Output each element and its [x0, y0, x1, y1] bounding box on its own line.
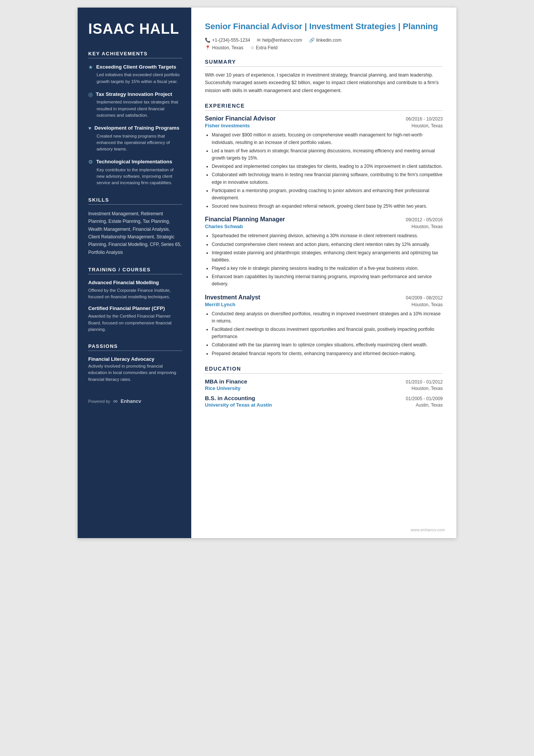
edu-school: Rice University	[205, 385, 240, 391]
enhancv-brand: Enhancv	[121, 398, 141, 404]
edu-dates: 01/2005 - 01/2009	[406, 396, 443, 401]
candidate-name: ISAAC HALL	[88, 21, 182, 37]
education-section-title: EDUCATION	[205, 366, 443, 374]
job-dates: 09/2012 - 05/2016	[406, 217, 443, 222]
bullet-item: Conducted deep analysis on diversified p…	[212, 310, 443, 325]
bullet-item: Spearheaded the retirement planning divi…	[212, 232, 443, 239]
passion-desc: Actively involved in promoting financial…	[88, 363, 182, 383]
star-icon: ★	[88, 64, 93, 70]
job-entry: Senior Financial Advisor 06/2016 - 10/20…	[205, 115, 443, 210]
job-company-row: Fisher Investments Houston, Texas	[205, 123, 443, 128]
bullet-item: Developed and implemented complex tax st…	[212, 163, 443, 170]
summary-section-title: SUMMARY	[205, 59, 443, 67]
job-entry: Investment Analyst 04/2009 - 08/2012 Mer…	[205, 294, 443, 357]
achievement-desc: Created new training programs that enhan…	[88, 133, 182, 153]
bullet-item: Collaborated with the tax planning team …	[212, 341, 443, 349]
job-bullets: Spearheaded the retirement planning divi…	[205, 232, 443, 288]
bullet-item: Led a team of five advisors in strategic…	[212, 147, 443, 162]
bullet-item: Played a key role in strategic planning …	[212, 265, 443, 272]
training-list: Advanced Financial Modelling Offered by …	[88, 280, 182, 333]
bullet-item: Participated in a mentorship program, pr…	[212, 187, 443, 202]
heart-icon: ♥	[88, 125, 91, 131]
contact-phone: 📞 +1-(234)-555-1234	[205, 38, 250, 43]
passion-title: Financial Literacy Advocacy	[88, 356, 182, 362]
gear-icon: ⚙	[88, 159, 93, 165]
job-dates: 06/2016 - 10/2023	[406, 116, 443, 122]
job-company-row: Charles Schwab Houston, Texas	[205, 224, 443, 229]
training-section-title: TRAINING / COURSES	[88, 267, 182, 274]
phone-icon: 📞	[205, 38, 211, 43]
edu-dates: 01/2010 - 01/2012	[406, 379, 443, 385]
edu-header: B.S. in Accounting 01/2005 - 01/2009	[205, 395, 443, 401]
star-extra-icon: ☆	[250, 45, 255, 50]
achievement-title: Exceeding Client Growth Targets	[96, 64, 176, 70]
achievement-item: ◎ Tax Strategy Innovation Project Implem…	[88, 91, 182, 119]
bullet-item: Facilitated client meetings to discuss i…	[212, 326, 443, 340]
job-company: Fisher Investments	[205, 123, 250, 128]
bullet-item: Integrated estate planning and philanthr…	[212, 249, 443, 264]
job-entry: Financial Planning Manager 09/2012 - 05/…	[205, 216, 443, 288]
edu-header: MBA in Finance 01/2010 - 01/2012	[205, 378, 443, 385]
location-icon: 📍	[205, 45, 211, 50]
achievement-desc: Implemented innovative tax strategies th…	[88, 99, 182, 119]
bullet-item: Conducted comprehensive client reviews a…	[212, 241, 443, 248]
contact-row: 📞 +1-(234)-555-1234 ✉ help@enhancv.com 🔗…	[205, 38, 443, 43]
achievement-title: Tax Strategy Innovation Project	[96, 91, 172, 98]
education-entry: MBA in Finance 01/2010 - 01/2012 Rice Un…	[205, 378, 443, 391]
sidebar: ISAAC HALL KEY ACHIEVEMENTS ★ Exceeding …	[78, 8, 191, 538]
job-bullets: Managed over $900 million in assets, foc…	[205, 131, 443, 210]
passions-section-title: PASSIONS	[88, 343, 182, 351]
email-icon: ✉	[257, 38, 261, 43]
bullet-item: Collaborated with technology teams in te…	[212, 171, 443, 186]
job-dates: 04/2009 - 08/2012	[406, 295, 443, 301]
job-location: Houston, Texas	[412, 123, 443, 128]
contact-linkedin: 🔗 linkedin.com	[309, 38, 342, 43]
edu-school-row: University of Texas at Austin Austin, Te…	[205, 402, 443, 408]
edu-location: Austin, Texas	[416, 402, 443, 408]
job-bullets: Conducted deep analysis on diversified p…	[205, 310, 443, 357]
training-item: Advanced Financial Modelling Offered by …	[88, 280, 182, 300]
achievement-header: ★ Exceeding Client Growth Targets	[88, 64, 182, 70]
achievement-item: ♥ Development of Training Programs Creat…	[88, 125, 182, 152]
contact-row-2: 📍 Houston, Texas ☆ Extra Field	[205, 45, 443, 50]
job-headline: Senior Financial Advisor | Investment St…	[205, 21, 443, 32]
edu-location: Houston, Texas	[412, 386, 443, 391]
training-title: Advanced Financial Modelling	[88, 280, 182, 286]
location-text: Houston, Texas	[212, 45, 244, 50]
enhancv-logo-icon: ∞	[113, 398, 117, 405]
job-header: Financial Planning Manager 09/2012 - 05/…	[205, 216, 443, 223]
linkedin-text: linkedin.com	[316, 38, 342, 43]
training-desc: Offered by the Corporate Finance Institu…	[88, 287, 182, 301]
contact-email: ✉ help@enhancv.com	[257, 38, 302, 43]
main-footer: www.enhancv.com	[411, 527, 445, 532]
phone-text: +1-(234)-555-1234	[212, 38, 250, 43]
edu-degree: B.S. in Accounting	[205, 395, 255, 401]
job-header: Senior Financial Advisor 06/2016 - 10/20…	[205, 115, 443, 122]
powered-by-label: Powered by	[88, 399, 110, 404]
achievements-list: ★ Exceeding Client Growth Targets Led in…	[88, 64, 182, 186]
job-company: Merrill Lynch	[205, 302, 235, 307]
achievement-item: ★ Exceeding Client Growth Targets Led in…	[88, 64, 182, 85]
achievement-header: ◎ Tax Strategy Innovation Project	[88, 91, 182, 98]
achievement-title: Development of Training Programs	[94, 125, 179, 131]
achievement-item: ⚙ Technological Implementations Key cont…	[88, 158, 182, 186]
achievement-desc: Led initiatives that exceeded client por…	[88, 72, 182, 85]
bullet-item: Sourced new business through an expanded…	[212, 203, 443, 210]
contact-location: 📍 Houston, Texas	[205, 45, 244, 50]
edu-degree: MBA in Finance	[205, 378, 247, 385]
edu-school: University of Texas at Austin	[205, 402, 272, 408]
training-item: Certified Financial Planner (CFP) Awarde…	[88, 305, 182, 333]
training-title: Certified Financial Planner (CFP)	[88, 305, 182, 312]
job-location: Houston, Texas	[412, 224, 443, 229]
bullet-item: Prepared detailed financial reports for …	[212, 350, 443, 357]
job-company-row: Merrill Lynch Houston, Texas	[205, 302, 443, 307]
passions-list: Financial Literacy Advocacy Actively inv…	[88, 356, 182, 383]
bullet-item: Enhanced team capabilities by launching …	[212, 273, 443, 288]
contact-extra: ☆ Extra Field	[250, 45, 278, 50]
extra-text: Extra Field	[256, 45, 278, 50]
footer-url: www.enhancv.com	[411, 527, 445, 532]
experience-section-title: EXPERIENCE	[205, 103, 443, 111]
bullet-item: Managed over $900 million in assets, foc…	[212, 131, 443, 146]
job-title: Investment Analyst	[205, 294, 260, 301]
linkedin-icon: 🔗	[309, 38, 315, 43]
